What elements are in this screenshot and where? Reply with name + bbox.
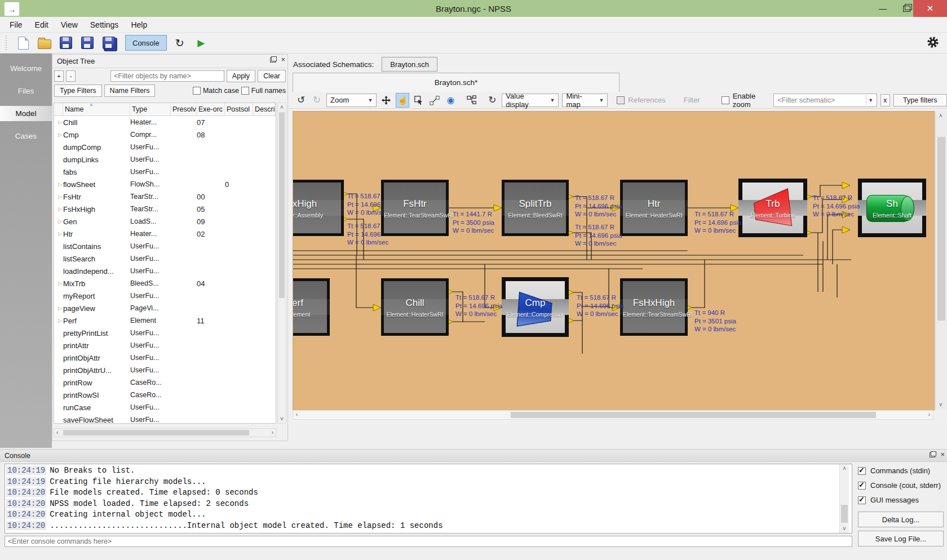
apply-filter-button[interactable]: Apply bbox=[227, 70, 255, 82]
tree-vertical-scrollbar[interactable]: ˄ ˅ bbox=[277, 103, 286, 424]
reload-button[interactable]: ↻ bbox=[171, 35, 188, 51]
float-panel-icon[interactable] bbox=[930, 451, 936, 457]
tree-row[interactable]: runCase UserFu... bbox=[54, 401, 276, 414]
chevron-down-icon[interactable]: ▼ bbox=[866, 95, 875, 105]
tree-row[interactable]: ▷ flowSheet FlowSh... 0 bbox=[54, 178, 276, 190]
collapse-all-button[interactable]: - bbox=[66, 70, 76, 82]
scroll-down-icon[interactable]: ˅ bbox=[939, 402, 942, 408]
pan-tool-button[interactable] bbox=[380, 94, 392, 107]
tree-row[interactable]: loadIndepend... UserFu... bbox=[54, 265, 276, 277]
nav-tab-cases[interactable]: Cases bbox=[0, 128, 52, 144]
menu-view[interactable]: View bbox=[55, 18, 84, 32]
console-command-input[interactable] bbox=[5, 536, 852, 547]
nav-tab-model[interactable]: Model bbox=[0, 106, 52, 121]
tree-row[interactable]: ▷ FsHxHigh TearStr... 05 bbox=[54, 203, 276, 215]
select-tool-button[interactable] bbox=[413, 94, 425, 107]
menu-help[interactable]: Help bbox=[125, 18, 153, 32]
block-fshxhigh[interactable]: FsHxHigh Element::TearStreamSwRI bbox=[620, 278, 688, 336]
expand-arrow-icon[interactable]: ▷ bbox=[54, 181, 63, 187]
run-button[interactable]: ▶ bbox=[193, 35, 210, 51]
close-button[interactable]: ✕ bbox=[913, 0, 947, 17]
scroll-left-icon[interactable]: ‹ bbox=[296, 411, 298, 417]
tree-row[interactable]: dumpLinks UserFu... bbox=[54, 153, 276, 166]
delta-log-button[interactable]: Delta Log... bbox=[858, 512, 944, 527]
name-filters-button[interactable]: Name Filters bbox=[104, 85, 156, 97]
focus-tool-button[interactable]: ◉ bbox=[444, 94, 457, 107]
tree-row[interactable]: prettyPrintList UserFu... bbox=[54, 327, 276, 339]
scroll-right-icon[interactable]: › bbox=[272, 429, 273, 435]
tree-row[interactable]: ▷ pageView PageVi... bbox=[54, 302, 276, 314]
nav-tab-files[interactable]: Files bbox=[0, 83, 52, 99]
block-sh[interactable]: Sh Element::Shaft bbox=[858, 179, 926, 237]
tree-row[interactable]: ▷ Htr Heater... 02 bbox=[54, 228, 276, 240]
full-names-checkbox[interactable] bbox=[241, 87, 249, 95]
col-presolv[interactable]: Presolv bbox=[171, 103, 197, 115]
tree-row[interactable]: printRow CaseRo... bbox=[54, 376, 276, 389]
undo-button[interactable]: ↺ bbox=[295, 94, 307, 107]
zoom-dropdown[interactable]: Zoom▼ bbox=[326, 94, 377, 107]
console-stdout-checkbox[interactable] bbox=[858, 482, 866, 490]
match-case-checkbox[interactable] bbox=[193, 87, 201, 95]
gui-messages-checkbox[interactable] bbox=[858, 496, 866, 504]
settings-gear-button[interactable] bbox=[927, 36, 939, 51]
scroll-up-icon[interactable]: ˄ bbox=[843, 465, 846, 472]
commands-stdin-checkbox[interactable] bbox=[858, 467, 866, 475]
block-trb[interactable]: Trb Element::Turbine bbox=[738, 179, 807, 237]
schematic-canvas[interactable]: xHigh bly::Assembly FsHtr Element::TearS… bbox=[293, 111, 935, 411]
schematic-horizontal-scrollbar[interactable]: ‹ › bbox=[293, 410, 933, 420]
tree-row[interactable]: printRowSI CaseRo... bbox=[54, 389, 276, 401]
menu-file[interactable]: File bbox=[3, 18, 29, 32]
expand-arrow-icon[interactable]: ▷ bbox=[54, 231, 63, 237]
tree-row[interactable]: ▷ FsHtr TearStr... 00 bbox=[54, 190, 276, 203]
expand-arrow-icon[interactable]: ▷ bbox=[54, 318, 63, 323]
scroll-down-icon[interactable]: ˅ bbox=[843, 526, 846, 532]
close-panel-icon[interactable]: × bbox=[281, 56, 285, 63]
tree-row[interactable]: ▷ Gen LoadS... 09 bbox=[54, 215, 276, 228]
tree-row[interactable]: dumpComp UserFu... bbox=[54, 141, 276, 153]
clear-filter-button[interactable]: Clear bbox=[258, 70, 286, 82]
nav-tab-welcome[interactable]: Welcome bbox=[0, 61, 52, 76]
col-type[interactable]: Type bbox=[130, 103, 171, 115]
tree-row[interactable]: ▷ Perf Element 11 bbox=[54, 314, 276, 327]
menu-edit[interactable]: Edit bbox=[29, 18, 55, 32]
col-postsol[interactable]: Postsol bbox=[225, 103, 253, 115]
tree-row[interactable]: listContains UserFu... bbox=[54, 240, 276, 252]
block-htr[interactable]: Htr Element::HeaterSwRI bbox=[620, 180, 688, 236]
hand-tool-button[interactable]: ☝ bbox=[396, 93, 409, 108]
schematic-doc-tab[interactable]: Brayton.sch* bbox=[293, 73, 619, 92]
type-filters-button[interactable]: Type Filters bbox=[54, 85, 102, 97]
tree-row[interactable]: fabs UserFu... bbox=[54, 166, 276, 178]
tree-row[interactable]: printObjAttr UserFu... bbox=[54, 352, 276, 364]
col-name[interactable]: Name▲ bbox=[63, 103, 130, 115]
col-exe-order[interactable]: Exe-orc bbox=[197, 103, 225, 115]
redo-button[interactable]: ↻ bbox=[311, 94, 323, 107]
tree-row[interactable]: ▷ Cmp Compr... 08 bbox=[54, 128, 276, 141]
expand-arrow-icon[interactable]: ▷ bbox=[54, 219, 63, 224]
expand-arrow-icon[interactable]: ▷ bbox=[54, 305, 63, 311]
tree-row[interactable]: myReport UserFu... bbox=[54, 290, 276, 302]
associated-schematic-tab[interactable]: Brayton.sch bbox=[382, 57, 437, 72]
expand-arrow-icon[interactable]: ▷ bbox=[54, 206, 63, 212]
tree-filter-input[interactable] bbox=[110, 70, 224, 82]
menu-settings[interactable]: Settings bbox=[84, 18, 125, 32]
tree-row[interactable]: ▷ MixTrb BleedS... 04 bbox=[54, 277, 276, 290]
enable-zoom-checkbox[interactable] bbox=[722, 96, 729, 104]
expand-arrow-icon[interactable]: ▷ bbox=[54, 119, 63, 125]
col-descri[interactable]: Descri bbox=[253, 103, 276, 115]
new-file-button[interactable] bbox=[15, 35, 32, 51]
console-log[interactable]: 10:24:19No Breaks to list. 10:24:19Creat… bbox=[5, 464, 852, 534]
schematic-filter-combobox[interactable]: <Filter schematic> ▼ bbox=[773, 94, 877, 107]
expand-arrow-icon[interactable]: ▷ bbox=[54, 194, 63, 199]
block-hxhigh-assembly[interactable]: xHigh bly::Assembly bbox=[293, 180, 344, 236]
block-cmp[interactable]: Cmp Element::Compressor bbox=[502, 277, 569, 337]
float-panel-icon[interactable] bbox=[270, 56, 277, 63]
tree-row[interactable]: printObjAttrU... UserFu... bbox=[54, 364, 276, 376]
hierarchy-view-button[interactable] bbox=[466, 94, 478, 107]
expand-arrow-icon[interactable]: ▷ bbox=[54, 281, 63, 286]
tree-row[interactable]: saveFlowSheet UserFu... bbox=[54, 414, 276, 424]
close-panel-icon[interactable]: × bbox=[940, 451, 945, 457]
block-fshtr[interactable]: FsHtr Element::TearStreamSwRI bbox=[381, 180, 449, 236]
mini-map-dropdown[interactable]: Mini-map▼ bbox=[562, 94, 608, 107]
schematic-vertical-scrollbar[interactable]: ˄ ˅ bbox=[935, 111, 947, 410]
block-perf[interactable]: erf ::Element bbox=[293, 278, 330, 336]
